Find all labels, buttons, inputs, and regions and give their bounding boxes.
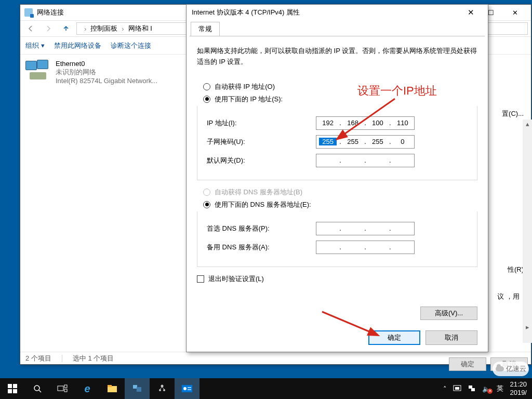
back-button[interactable] [23,22,38,35]
advanced-button[interactable]: 高级(V)... [420,307,477,320]
svg-point-17 [163,389,165,391]
svg-rect-14 [137,387,141,392]
dialog-titlebar[interactable]: Internet 协议版本 4 (TCP/IPv4) 属性 ✕ [187,5,488,20]
taskbar-app-2[interactable] [150,378,175,399]
ok-button[interactable]: 确定 [368,330,420,345]
radio-auto-dns: 自动获得 DNS 服务器地址(B) [203,188,477,197]
svg-rect-5 [13,389,17,393]
disable-device-button[interactable]: 禁用此网络设备 [54,41,101,50]
tray-ime[interactable]: 英 [497,384,503,393]
breadcrumb-root[interactable]: 控制面板 [90,24,117,33]
nc-title: 网络连接 [37,8,64,17]
label-dns-preferred: 首选 DNS 服务器(P): [207,224,316,233]
annotation-text: 设置一个IP地址 [357,83,437,99]
search-button[interactable] [25,378,50,399]
scroll-up-icon[interactable]: ▴ [523,119,532,128]
radio-checked-icon [203,96,210,103]
svg-line-19 [162,387,164,389]
item-count: 2 个项目 [25,354,51,363]
label-ip-address: IP 地址(I): [207,118,316,128]
svg-rect-13 [133,385,137,389]
taskbar[interactable]: e ˄ 🔈✕ 英 21:20 2019/ [0,378,532,399]
label-dns-alternate: 备用 DNS 服务器(A): [207,243,316,252]
radio-disabled-icon [203,189,210,196]
svg-line-18 [160,387,162,389]
ipv4-properties-dialog: Internet 协议版本 4 (TCP/IPv4) 属性 ✕ 常规 如果网络支… [186,4,488,352]
ethernet-adapter-icon [25,60,50,83]
organize-menu[interactable]: 组织 ▾ [25,41,45,50]
tray-chevron-icon[interactable]: ˄ [443,385,447,393]
svg-point-16 [159,389,161,391]
radio-icon [203,83,210,90]
adapter-item[interactable]: Ethernet0 未识别的网络 Intel(R) 82574L Gigabit… [25,60,157,85]
network-folder-icon [24,8,33,17]
scroll-right-icon[interactable]: ▸ [523,323,532,331]
subnet-mask-input[interactable]: 255. 255. 255. 0 [316,135,415,149]
svg-point-6 [34,385,39,391]
taskbar-app-3[interactable] [175,378,200,399]
radio-checked-icon [203,201,210,208]
svg-rect-27 [471,388,475,391]
svg-rect-10 [64,389,67,392]
up-button[interactable] [59,22,73,35]
svg-rect-8 [58,386,63,391]
dns-fieldgroup: 首选 DNS 服务器(P): . . . 备用 DNS 服务器(A): . . … [197,211,477,267]
adapter-name: Ethernet0 [56,60,157,68]
checkbox-icon [197,275,204,283]
svg-rect-3 [13,384,17,388]
svg-rect-12 [108,385,112,387]
svg-rect-25 [455,387,459,390]
svg-rect-23 [188,389,191,390]
dns-preferred-input[interactable]: . . . [316,222,415,235]
radio-use-dns[interactable]: 使用下面的 DNS 服务器地址(E): [203,200,477,209]
peek-configure-button[interactable]: 置(C)... [502,109,524,118]
adapter-list: Ethernet0 未识别的网络 Intel(R) 82574L Gigabit… [20,55,163,352]
ip-fieldgroup: IP 地址(I): 192. 168. 100. 110 子网掩码(U): 25… [197,106,477,180]
peek-properties-button[interactable]: 性(R) [508,265,524,274]
selected-count: 选中 1 个项目 [73,354,114,363]
taskbar-app-1[interactable] [125,378,150,399]
default-gateway-input[interactable]: . . . [316,154,415,167]
start-button[interactable] [0,378,25,399]
validate-on-exit-checkbox[interactable]: 退出时验证设置(L) [197,274,477,284]
diagnose-button[interactable]: 诊断这个连接 [111,41,151,50]
close-button[interactable]: ✕ [503,5,527,20]
description-text: 如果网络支持此功能，则可以获取自动指派的 IP 设置。否则，你需要从网络系统管理… [197,46,477,68]
tray-vm-icon[interactable] [453,384,461,393]
ip-address-input[interactable]: 192. 168. 100. 110 [316,116,415,130]
file-explorer-icon[interactable] [100,378,125,399]
forward-button[interactable] [41,22,56,35]
svg-rect-22 [188,387,191,388]
svg-rect-4 [8,389,12,393]
dns-alternate-input[interactable]: . . . [316,241,415,254]
dialog-close-button[interactable]: ✕ [459,5,483,20]
svg-point-15 [161,385,164,388]
dialog-title: Internet 协议版本 4 (TCP/IPv4) 属性 [192,8,300,17]
peek-ok-button[interactable]: 确定 [449,357,486,371]
adapter-status: 未识别的网络 [56,68,157,77]
svg-point-21 [183,387,187,390]
label-subnet-mask: 子网掩码(U): [207,137,316,147]
svg-line-7 [39,390,41,392]
svg-rect-9 [64,385,67,388]
label-default-gateway: 默认网关(D): [207,156,316,165]
tray-network-icon[interactable] [468,384,476,393]
watermark-badge: 亿速云 [493,362,529,376]
cloud-icon [496,366,504,371]
breadcrumb-network[interactable]: 网络和 I [128,24,152,33]
tray-clock[interactable]: 21:20 2019/ [510,380,527,396]
cancel-button[interactable]: 取消 [425,330,477,345]
adapter-driver: Intel(R) 82574L Gigabit Network... [56,77,157,85]
svg-rect-2 [8,384,12,388]
tray-volume-icon[interactable]: 🔈✕ [482,385,490,393]
taskview-button[interactable] [50,378,75,399]
peek-hint-text: 议 ，用 [497,292,520,301]
ie-icon[interactable]: e [75,378,100,399]
tab-general[interactable]: 常规 [191,22,220,36]
